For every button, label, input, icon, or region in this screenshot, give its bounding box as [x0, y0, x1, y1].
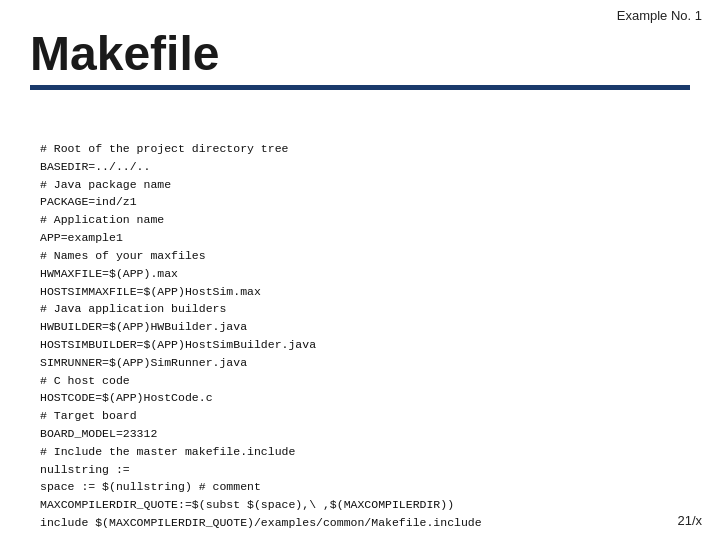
page-number: 21/x — [677, 513, 702, 528]
code-block: # Root of the project directory tree BAS… — [40, 140, 680, 532]
title-underline — [30, 85, 690, 90]
content-area: # Root of the project directory tree BAS… — [40, 140, 680, 500]
page-container: Example No. 1 Makefile # Root of the pro… — [0, 0, 720, 540]
page-title: Makefile — [30, 28, 690, 81]
example-label: Example No. 1 — [617, 8, 702, 23]
title-area: Makefile — [30, 28, 690, 90]
